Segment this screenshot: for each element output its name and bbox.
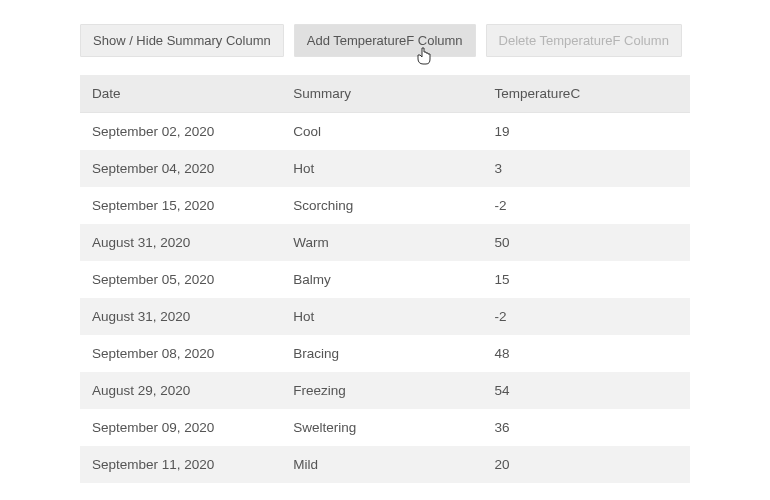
cell-temperature-c: 3 — [483, 150, 690, 187]
cell-date: September 09, 2020 — [80, 409, 281, 446]
cell-temperature-c: 19 — [483, 113, 690, 151]
cell-summary: Freezing — [281, 372, 482, 409]
cell-temperature-c: 54 — [483, 372, 690, 409]
cell-temperature-c: 48 — [483, 335, 690, 372]
cell-date: September 02, 2020 — [80, 113, 281, 151]
cell-summary: Hot — [281, 298, 482, 335]
cell-temperature-c: -2 — [483, 298, 690, 335]
table-row: September 15, 2020 Scorching -2 — [80, 187, 690, 224]
cell-date: September 05, 2020 — [80, 261, 281, 298]
cell-temperature-c: 15 — [483, 261, 690, 298]
cell-summary: Cool — [281, 113, 482, 151]
toolbar: Show / Hide Summary Column Add Temperatu… — [80, 24, 690, 57]
cell-temperature-c: -2 — [483, 187, 690, 224]
cell-date: September 15, 2020 — [80, 187, 281, 224]
cell-summary: Sweltering — [281, 409, 482, 446]
cell-date: August 29, 2020 — [80, 372, 281, 409]
weather-table: Date Summary TemperatureC September 02, … — [80, 75, 690, 483]
show-hide-summary-button[interactable]: Show / Hide Summary Column — [80, 24, 284, 57]
cell-date: August 31, 2020 — [80, 224, 281, 261]
cell-summary: Balmy — [281, 261, 482, 298]
add-temperaturef-button[interactable]: Add TemperatureF Column — [294, 24, 476, 57]
delete-temperaturef-button: Delete TemperatureF Column — [486, 24, 682, 57]
cell-summary: Hot — [281, 150, 482, 187]
table-row: September 05, 2020 Balmy 15 — [80, 261, 690, 298]
table-header-row: Date Summary TemperatureC — [80, 75, 690, 113]
table-row: August 31, 2020 Warm 50 — [80, 224, 690, 261]
header-temperature-c: TemperatureC — [483, 75, 690, 113]
table-row: September 04, 2020 Hot 3 — [80, 150, 690, 187]
table-row: September 09, 2020 Sweltering 36 — [80, 409, 690, 446]
cell-summary: Mild — [281, 446, 482, 483]
cell-summary: Bracing — [281, 335, 482, 372]
cell-temperature-c: 50 — [483, 224, 690, 261]
cell-date: August 31, 2020 — [80, 298, 281, 335]
table-row: September 02, 2020 Cool 19 — [80, 113, 690, 151]
table-row: August 29, 2020 Freezing 54 — [80, 372, 690, 409]
table-row: September 11, 2020 Mild 20 — [80, 446, 690, 483]
table-row: August 31, 2020 Hot -2 — [80, 298, 690, 335]
cell-summary: Scorching — [281, 187, 482, 224]
cell-date: September 11, 2020 — [80, 446, 281, 483]
cell-temperature-c: 36 — [483, 409, 690, 446]
cell-temperature-c: 20 — [483, 446, 690, 483]
header-summary: Summary — [281, 75, 482, 113]
cell-date: September 08, 2020 — [80, 335, 281, 372]
table-row: September 08, 2020 Bracing 48 — [80, 335, 690, 372]
table-body: September 02, 2020 Cool 19 September 04,… — [80, 113, 690, 484]
cell-summary: Warm — [281, 224, 482, 261]
cell-date: September 04, 2020 — [80, 150, 281, 187]
header-date: Date — [80, 75, 281, 113]
